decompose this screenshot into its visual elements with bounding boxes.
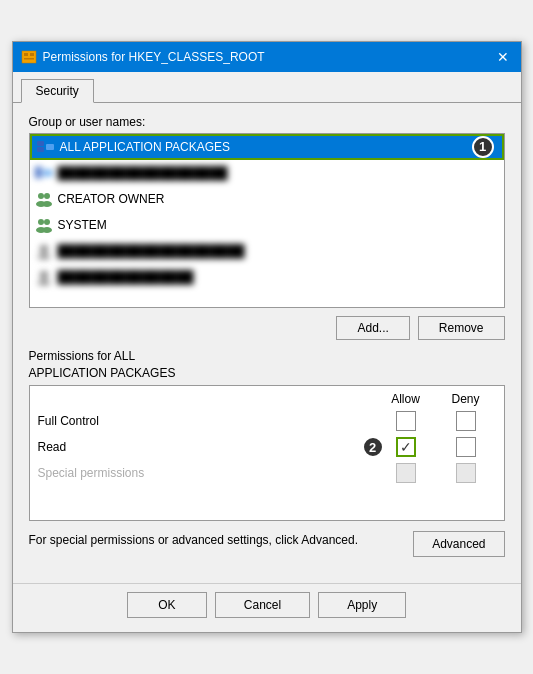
user-item-blurred-2[interactable]: ██████████████████████: [30, 238, 504, 264]
checkbox-allow-read[interactable]: [396, 437, 416, 457]
perm-deny-special[interactable]: [436, 463, 496, 483]
svg-rect-4: [37, 141, 44, 146]
svg-point-11: [44, 193, 50, 199]
svg-point-18: [40, 245, 48, 253]
user-name-creator: CREATOR OWNER: [58, 192, 165, 206]
checkbox-deny-read[interactable]: [456, 437, 476, 457]
svg-point-17: [42, 227, 52, 233]
svg-rect-2: [30, 53, 34, 56]
advanced-row: For special permissions or advanced sett…: [29, 531, 505, 557]
perm-header: Allow Deny: [30, 390, 504, 408]
perm-name-read: Read: [38, 440, 376, 454]
user-name-b1: ████████████████████: [58, 166, 228, 180]
window-title: Permissions for HKEY_CLASSES_ROOT: [43, 50, 265, 64]
perm-allow-special[interactable]: [376, 463, 436, 483]
perm-allow-full-control[interactable]: [376, 411, 436, 431]
perm-allow-read[interactable]: 2: [376, 437, 436, 457]
close-button[interactable]: ✕: [493, 47, 513, 67]
remove-button[interactable]: Remove: [418, 316, 505, 340]
bottom-buttons: OK Cancel Apply: [13, 583, 521, 632]
svg-point-14: [38, 219, 44, 225]
user-icon-b1: [34, 165, 54, 181]
svg-rect-0: [22, 51, 36, 63]
users-list[interactable]: ALL APPLICATION PACKAGES 1 █████████████…: [29, 133, 505, 308]
perm-allow-header: Allow: [376, 392, 436, 406]
user-item-creator-owner[interactable]: CREATOR OWNER: [30, 186, 504, 212]
group-label: Group or user names:: [29, 115, 505, 129]
user-icon-all-app: [36, 139, 56, 155]
svg-rect-6: [46, 144, 54, 150]
title-bar-left: Permissions for HKEY_CLASSES_ROOT: [21, 49, 265, 65]
svg-rect-5: [37, 147, 44, 152]
user-name-system: SYSTEM: [58, 218, 107, 232]
svg-rect-7: [35, 167, 42, 172]
cancel-button[interactable]: Cancel: [215, 592, 310, 618]
svg-rect-3: [24, 58, 34, 60]
svg-point-13: [42, 201, 52, 207]
perm-deny-full-control[interactable]: [436, 411, 496, 431]
user-item-system[interactable]: SYSTEM: [30, 212, 504, 238]
dialog-content: Group or user names: ALL APPLICATION PAC…: [13, 103, 521, 584]
step-badge-2: 2: [362, 436, 384, 458]
user-icon-b3: [34, 269, 54, 285]
svg-point-10: [38, 193, 44, 199]
svg-point-19: [38, 254, 50, 259]
svg-rect-8: [35, 173, 42, 178]
checkbox-allow-full-control[interactable]: [396, 411, 416, 431]
svg-rect-1: [24, 53, 28, 56]
tab-security[interactable]: Security: [21, 79, 94, 103]
permissions-header: Permissions for ALL APPLICATION PACKAGES: [29, 348, 505, 382]
permissions-dialog: Permissions for HKEY_CLASSES_ROOT ✕ Secu…: [12, 41, 522, 634]
svg-rect-9: [44, 170, 52, 176]
svg-point-15: [44, 219, 50, 225]
perm-name-full-control: Full Control: [38, 414, 376, 428]
user-icon-system: [34, 217, 54, 233]
perm-row-read: Read 2: [30, 434, 504, 460]
svg-point-21: [38, 280, 50, 285]
user-icon-b2: [34, 243, 54, 259]
add-remove-row: Add... Remove: [29, 316, 505, 340]
registry-icon: [21, 49, 37, 65]
ok-button[interactable]: OK: [127, 592, 207, 618]
perm-row-full-control: Full Control: [30, 408, 504, 434]
user-name-b3: ████████████████: [58, 270, 194, 284]
user-item-all-app-packages[interactable]: ALL APPLICATION PACKAGES 1: [30, 134, 504, 160]
user-name-b2: ██████████████████████: [58, 244, 245, 258]
user-item-blurred-3[interactable]: ████████████████: [30, 264, 504, 290]
add-button[interactable]: Add...: [336, 316, 409, 340]
tab-bar: Security: [13, 72, 521, 103]
user-item-blurred-1[interactable]: ████████████████████: [30, 160, 504, 186]
permissions-table: Allow Deny Full Control Read 2: [29, 385, 505, 521]
checkbox-deny-special[interactable]: [456, 463, 476, 483]
perm-name-special: Special permissions: [38, 466, 376, 480]
checkbox-allow-special[interactable]: [396, 463, 416, 483]
advanced-button[interactable]: Advanced: [413, 531, 504, 557]
advanced-text: For special permissions or advanced sett…: [29, 531, 402, 549]
perm-deny-header: Deny: [436, 392, 496, 406]
checkbox-deny-full-control[interactable]: [456, 411, 476, 431]
perm-row-special: Special permissions: [30, 460, 504, 486]
user-name-all-app: ALL APPLICATION PACKAGES: [60, 140, 231, 154]
title-bar: Permissions for HKEY_CLASSES_ROOT ✕: [13, 42, 521, 72]
step-badge-1: 1: [472, 136, 494, 158]
perm-deny-read[interactable]: [436, 437, 496, 457]
apply-button[interactable]: Apply: [318, 592, 406, 618]
svg-point-20: [40, 271, 48, 279]
user-icon-creator: [34, 191, 54, 207]
perm-name-header: [38, 392, 376, 406]
